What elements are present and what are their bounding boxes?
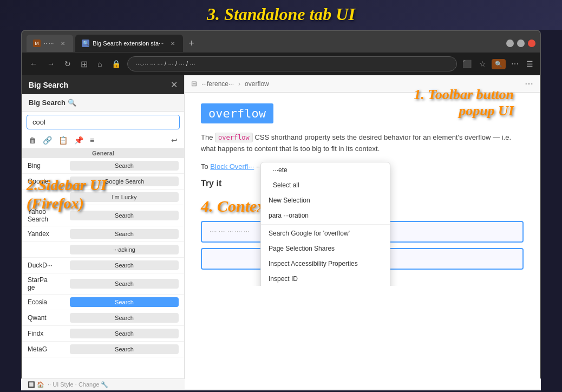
context-item-inspect-id[interactable]: Inspect ID bbox=[261, 271, 390, 286]
bigsearch-logo: Big Search 🔍 bbox=[29, 99, 76, 107]
engine-name-qwant: Qwant bbox=[28, 314, 66, 322]
page-toolbar: ⊟ ···ference··· › overflow ⋯ bbox=[185, 75, 540, 93]
context-item-search-google[interactable]: Search Google for 'overflow' bbox=[261, 226, 390, 241]
context-item-para[interactable]: para ···oration bbox=[261, 208, 390, 223]
breadcrumb-sep: › bbox=[238, 80, 240, 88]
engine-name-ecosia: Ecosia bbox=[28, 298, 66, 306]
sidebar: Big Search ✕ Big Search 🔍 🗑 🔗 📋 📌 ≡ ↩ bbox=[22, 75, 185, 389]
engine-name-yandex: Yandex bbox=[28, 230, 66, 238]
tab-favicon-1: M bbox=[33, 40, 41, 47]
home-button[interactable]: ⌂ bbox=[94, 57, 105, 70]
search-btn-duckd[interactable]: Search bbox=[70, 260, 179, 270]
search-btn-qwant[interactable]: Search bbox=[70, 313, 179, 323]
bookmark-icon[interactable]: 📌 bbox=[72, 135, 86, 146]
toolbar-icons: ⬛ ☆ 🔍 ⋯ ☰ bbox=[460, 58, 535, 69]
tab-active[interactable]: 🔍 Big Search extension sta··· ✕ bbox=[75, 35, 183, 52]
search-btn-startpage[interactable]: Search bbox=[70, 279, 179, 289]
search-btn-yahoo[interactable]: Search bbox=[70, 211, 179, 220]
ui-style-icons: 🔲 🏠 bbox=[28, 381, 44, 388]
extensions-icon[interactable]: ⋯ bbox=[509, 58, 521, 69]
tab-label-1: ·· ··· bbox=[44, 40, 54, 47]
tab-bar: M ·· ··· ✕ 🔍 Big Search extension sta···… bbox=[22, 31, 540, 53]
bottom-bar-text: ·· UI Style · Change 🔧 bbox=[48, 381, 108, 388]
search-btn-lucky[interactable]: I'm Lucky bbox=[70, 192, 179, 202]
context-label-para: para ···oration bbox=[269, 212, 309, 219]
page-text-1: The overflow CSS shorthand property sets… bbox=[201, 132, 524, 155]
context-item-new-selection[interactable]: New Selection bbox=[261, 193, 390, 208]
search-row-google: Google Google Search bbox=[22, 174, 184, 190]
search-btn-tracking[interactable]: ···acking bbox=[70, 245, 179, 254]
layout-toggle-icon[interactable]: ⊟ bbox=[191, 80, 197, 88]
search-row-bing: Bing Search bbox=[22, 158, 184, 174]
search-btn-bing[interactable]: Search bbox=[70, 161, 179, 171]
context-label-delete: ···ete bbox=[273, 166, 287, 174]
star-icon[interactable]: ☆ bbox=[477, 58, 488, 69]
search-row-lucky: I'm Lucky bbox=[22, 190, 184, 205]
tab-label-2: Big Search extension sta··· bbox=[93, 40, 164, 47]
tab-close-2[interactable]: ✕ bbox=[169, 40, 177, 47]
search-row-ecosia: Ecosia Search bbox=[22, 295, 184, 310]
search-btn-google-search[interactable]: Google Search bbox=[70, 177, 179, 186]
maximize-button[interactable] bbox=[517, 40, 525, 47]
reload-button[interactable]: ↻ bbox=[61, 57, 74, 70]
search-btn-metag[interactable]: Search bbox=[70, 344, 179, 354]
window-controls bbox=[506, 40, 535, 47]
new-tab-button[interactable]: + bbox=[185, 38, 198, 49]
search-btn-yandex[interactable]: Search bbox=[70, 229, 179, 239]
search-row-yahoo: Yahoo Search Search bbox=[22, 205, 184, 226]
engine-name-yahoo: Yahoo Search bbox=[28, 208, 66, 223]
close-button[interactable] bbox=[528, 40, 535, 47]
context-label-search-google: Search Google for 'overflow' bbox=[269, 230, 350, 237]
context-label-inspect-accessibility: Inspect Accessibility Properties bbox=[269, 260, 358, 267]
main-content: ⊟ ···ference··· › overflow ⋯ overflow ··… bbox=[185, 75, 540, 389]
lock-icon: 🔒 bbox=[108, 57, 124, 70]
forward-button[interactable]: → bbox=[44, 57, 58, 70]
address-bar: ← → ↻ ⊞ ⌂ 🔒 ⬛ ☆ 🔍 ⋯ ☰ bbox=[22, 53, 540, 75]
overflow-heading: overflow bbox=[201, 103, 273, 123]
search-row-duckd: DuckD··· Search bbox=[22, 258, 184, 273]
layout-button[interactable]: ⊞ bbox=[77, 57, 91, 71]
back-button[interactable]: ← bbox=[27, 57, 41, 70]
more-menu-button[interactable]: ⋯ bbox=[525, 79, 533, 89]
bookmarks-icon[interactable]: ⬛ bbox=[460, 58, 474, 69]
history-icon[interactable]: ↩ bbox=[169, 135, 180, 146]
bigsearch-header: Big Search 🔍 bbox=[22, 94, 184, 112]
link-icon[interactable]: 🔗 bbox=[41, 135, 54, 146]
block-overflow-link[interactable]: Block Overfl··· bbox=[210, 162, 254, 171]
context-sep-1 bbox=[261, 224, 390, 225]
address-input[interactable] bbox=[127, 56, 457, 71]
content-area: Big Search ✕ Big Search 🔍 🗑 🔗 📋 📌 ≡ ↩ bbox=[22, 75, 540, 389]
trash-icon[interactable]: 🗑 bbox=[27, 135, 38, 146]
search-btn-findx[interactable]: Search bbox=[70, 329, 179, 338]
engine-name-startpage: StarPa ge bbox=[28, 276, 66, 291]
sidebar-header: Big Search ✕ bbox=[22, 75, 184, 94]
search-btn-ecosia[interactable]: Search bbox=[70, 297, 179, 307]
search-row-metag: MetaG Search bbox=[22, 342, 184, 357]
sidebar-close-button[interactable]: ✕ bbox=[171, 80, 178, 90]
breadcrumb-1[interactable]: ···ference··· bbox=[201, 80, 234, 88]
engine-name-findx: Findx bbox=[28, 330, 66, 337]
menu-icon[interactable]: ☰ bbox=[524, 58, 535, 69]
minimize-button[interactable] bbox=[506, 40, 514, 47]
list-icon[interactable]: ≡ bbox=[88, 135, 96, 146]
sidebar-title: Big Search bbox=[29, 81, 68, 89]
search-list: Bing Search Google Google Search I'm Luc… bbox=[22, 158, 184, 389]
tab-close-1[interactable]: ✕ bbox=[59, 40, 67, 47]
context-item-page-selection[interactable]: Page Selection Shares bbox=[261, 241, 390, 256]
engine-name-bing: Bing bbox=[28, 162, 66, 169]
context-label-page-selection: Page Selection Shares bbox=[269, 245, 335, 252]
copy-icon[interactable]: 📋 bbox=[56, 135, 70, 146]
sidebar-toolbar-row: 🗑 🔗 📋 📌 ≡ ↩ bbox=[22, 133, 184, 148]
sidebar-search-input[interactable] bbox=[27, 115, 180, 129]
bigsearch-toolbar-icon[interactable]: 🔍 bbox=[492, 59, 506, 69]
context-item-inspect-accessibility[interactable]: Inspect Accessibility Properties bbox=[261, 256, 390, 271]
context-label-inspect-id: Inspect ID bbox=[269, 275, 298, 283]
context-item-delete[interactable]: ···ete bbox=[261, 162, 390, 178]
tab-favicon-2: 🔍 bbox=[82, 40, 89, 47]
page-content: overflow ···ete Select all bbox=[185, 93, 540, 286]
inline-code-overflow: overflow bbox=[215, 133, 253, 142]
tab-inactive[interactable]: M ·· ··· ✕ bbox=[27, 35, 73, 52]
search-row-yandex: Yandex Search bbox=[22, 226, 184, 242]
breadcrumb-2[interactable]: overflow bbox=[245, 80, 269, 88]
context-item-select-all[interactable]: Select all bbox=[261, 178, 390, 193]
